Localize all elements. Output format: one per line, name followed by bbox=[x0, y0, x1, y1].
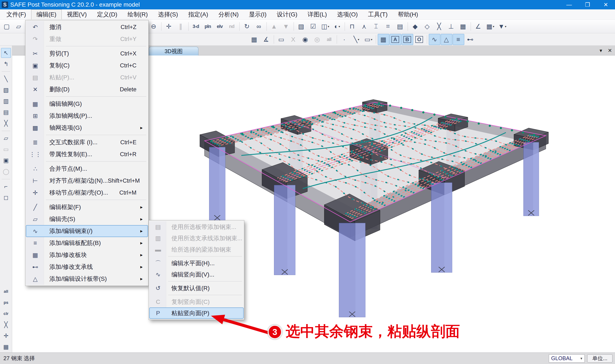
add-tendons-from-support-lines-item[interactable]: ▥ 使用所选支承线添加钢束... bbox=[149, 233, 244, 244]
menu-select[interactable]: 选择(S) bbox=[153, 9, 183, 19]
show-layer-b-toggle[interactable]: B bbox=[402, 34, 413, 45]
tab-close-icon[interactable]: ✕ bbox=[608, 48, 612, 53]
quick-draw-column-button[interactable]: ▥ bbox=[1, 96, 11, 106]
move-up-in-list-button[interactable]: ▲ bbox=[268, 21, 280, 32]
pan-button[interactable]: ✛ bbox=[163, 21, 175, 32]
menu-detailing[interactable]: 详图(L) bbox=[303, 9, 332, 19]
select-reshape-button[interactable]: ↰ bbox=[1, 59, 11, 69]
select-by-group-button[interactable]: ◎ bbox=[312, 34, 323, 45]
restore-previous-selection-button[interactable]: ps bbox=[1, 298, 11, 307]
new-model-button[interactable]: ▢ bbox=[1, 21, 13, 32]
open-model-button[interactable]: ▱ bbox=[13, 21, 25, 32]
invert-selection-button[interactable]: ╳ bbox=[1, 320, 11, 330]
clear-selection-button[interactable]: clr bbox=[1, 309, 11, 319]
display-options-button[interactable]: ☑ bbox=[308, 21, 319, 32]
zoom-out-button[interactable]: ⊖ bbox=[148, 21, 160, 32]
restore-defaults-item[interactable]: ↺ 恢复默认值(R) bbox=[149, 283, 244, 294]
grid-snap-toggle-button[interactable]: ▦ bbox=[1, 342, 11, 352]
move-snap-button[interactable]: ✛ bbox=[1, 331, 11, 341]
move-down-in-list-button[interactable]: ▼ bbox=[280, 21, 292, 32]
edit-vertical-profile-item[interactable]: ∿ 编辑竖向面(V)... bbox=[149, 269, 244, 280]
edit-horizontal-profile-item[interactable]: ⌒ 编辑水平面(H)... bbox=[149, 258, 244, 269]
tab-list-dropdown-icon[interactable]: ▾ bbox=[600, 48, 602, 53]
show-slab-rebar-toggle[interactable]: ≡ bbox=[453, 34, 464, 45]
edit-grid-item[interactable]: ▦ 编辑轴网(G) bbox=[26, 98, 148, 110]
select-areas-button[interactable]: ▭▾ bbox=[362, 34, 374, 45]
snap-perpendicular-button[interactable]: ⊥ bbox=[445, 21, 457, 32]
add-edit-tendons-item[interactable]: ∿ 添加/编辑钢束(/) ▸ bbox=[26, 225, 148, 237]
measure-button[interactable]: ∠ bbox=[473, 21, 484, 32]
menu-help[interactable]: 帮助(H) bbox=[393, 9, 423, 19]
zoom-to-grid-button[interactable]: ▦ bbox=[249, 34, 260, 45]
add-modify-support-lines-item[interactable]: ⊷ 添加/修改支承线 ▸ bbox=[26, 261, 148, 273]
copy-vertical-profile-item[interactable]: C 复制竖向面(C) bbox=[149, 296, 244, 307]
draw-wall-button[interactable]: ▤ bbox=[394, 21, 406, 32]
menu-analyze[interactable]: 分析(N) bbox=[213, 9, 244, 19]
restore-button[interactable]: ❐ bbox=[578, 0, 597, 9]
menu-define[interactable]: 定义(D) bbox=[92, 9, 122, 19]
move-joints-item[interactable]: ✛ 移动节点/框架/壳(O)... Ctrl+M bbox=[26, 187, 148, 199]
draw-polygon-area-button[interactable]: ▱ bbox=[1, 133, 11, 143]
delete-item[interactable]: ✕ 删除(D) Delete bbox=[26, 83, 148, 95]
menu-assign[interactable]: 指定(A) bbox=[183, 9, 213, 19]
units-button[interactable]: 单位... bbox=[587, 354, 613, 363]
menu-draw[interactable]: 绘制(R) bbox=[122, 9, 153, 19]
menu-display[interactable]: 显示(I) bbox=[244, 9, 272, 19]
draw-slab-button[interactable]: ⌗ bbox=[382, 21, 394, 32]
display-filter-button[interactable]: ▼▾ bbox=[496, 21, 508, 32]
edit-frames-item[interactable]: ╱ 编辑框架(F) ▸ bbox=[26, 201, 148, 213]
show-support-lines-toggle[interactable]: ⊷ bbox=[465, 34, 476, 45]
show-layer-a-toggle[interactable]: A bbox=[390, 34, 401, 45]
draw-circular-area-button[interactable]: ◯ bbox=[1, 167, 11, 176]
snap-grid-button[interactable]: ▦ bbox=[457, 21, 469, 32]
redo-item[interactable]: ↷ 重做 Ctrl+Y bbox=[26, 33, 148, 45]
minimize-button[interactable]: — bbox=[560, 0, 578, 9]
add-modify-slab-panels-item[interactable]: ▦ 添加/修改板块 ▸ bbox=[26, 249, 148, 261]
object-extrude-button[interactable]: ◫▾ bbox=[320, 21, 331, 32]
snap-midpoints-button[interactable]: ◇ bbox=[422, 21, 433, 32]
draw-beam-button[interactable]: ⌶ bbox=[371, 21, 382, 32]
coordinate-system-select[interactable]: GLOBAL ▾ bbox=[549, 354, 585, 363]
view-plan-button[interactable]: pln bbox=[202, 21, 214, 32]
add-tendons-to-beams-item[interactable]: ▬ 给所选择的梁添加钢束 bbox=[149, 244, 244, 255]
draw-frame-line-button[interactable]: ╲ bbox=[1, 74, 11, 84]
copy-item[interactable]: ▣ 复制(C) Ctrl+C bbox=[26, 60, 148, 71]
select-by-properties-button[interactable]: ◉ bbox=[300, 34, 311, 45]
show-slab-panels-toggle[interactable]: ▦ bbox=[378, 34, 389, 45]
cut-item[interactable]: ✂ 剪切(T) Ctrl+X bbox=[26, 48, 148, 60]
merge-joints-item[interactable]: ∴ 合并节点(M)... bbox=[26, 163, 148, 175]
draw-wall-stack-button[interactable]: ⌐ bbox=[1, 182, 11, 191]
rotate-3d-view-button[interactable]: ↻ bbox=[241, 21, 253, 32]
quick-draw-wall-button[interactable]: ▤ bbox=[1, 107, 11, 117]
show-tendons-toggle[interactable]: ∿ bbox=[429, 34, 440, 45]
edit-shells-item[interactable]: ▱ 编辑壳(S) ▸ bbox=[26, 213, 148, 225]
deselect-all-button[interactable]: X bbox=[288, 34, 299, 45]
menu-file[interactable]: 文件(F) bbox=[1, 9, 31, 19]
draw-opening-button[interactable]: ◻ bbox=[1, 193, 11, 203]
add-edit-design-strips-item[interactable]: △ 添加/编辑设计板带(S) ▸ bbox=[26, 273, 148, 285]
undo-item[interactable]: ↶ 撤消 Ctrl+Z bbox=[26, 21, 148, 33]
select-lines-button[interactable]: ╲▾ bbox=[351, 34, 362, 45]
draw-rectangular-area-button[interactable]: ▭ bbox=[1, 144, 11, 154]
menu-options[interactable]: 选项(O) bbox=[332, 9, 363, 19]
view-elevation-button[interactable]: elv bbox=[214, 21, 226, 32]
menu-edit[interactable]: 编辑(E) bbox=[31, 9, 62, 19]
rubber-band-zoom-button[interactable]: ▧ bbox=[295, 21, 307, 32]
snap-intersections-button[interactable]: ╳ bbox=[433, 21, 445, 32]
paste-item[interactable]: ▤ 粘贴(P)... Ctrl+V bbox=[26, 71, 148, 83]
menu-tools[interactable]: 工具(T) bbox=[363, 9, 393, 19]
quick-draw-frame-button[interactable]: ▧ bbox=[1, 85, 11, 95]
quick-draw-area-button[interactable]: ▣ bbox=[1, 156, 11, 165]
show-design-strips-toggle[interactable]: △ bbox=[441, 34, 452, 45]
replicate-item[interactable]: ⋮⋮ 带属性复制(E)... Ctrl+R bbox=[26, 148, 148, 160]
menu-view[interactable]: 视图(V) bbox=[62, 9, 92, 19]
object-shading-button[interactable]: ◐▾ bbox=[331, 21, 343, 32]
add-edit-slab-rebar-item[interactable]: ≡ 添加/编辑板配筋(B) ▸ bbox=[26, 237, 148, 249]
interactive-database-item[interactable]: ≣ 交互式数据库 (I)... Ctrl+E bbox=[26, 136, 148, 148]
zoom-to-axes-button[interactable]: ∡ bbox=[261, 34, 272, 45]
add-grid-line-item[interactable]: ⊞ 添加轴网线(P)... bbox=[26, 110, 148, 122]
previous-zoom-button[interactable]: ∥ bbox=[175, 21, 187, 32]
select-points-button[interactable]: ∙ bbox=[339, 34, 350, 45]
grid-display-options-button[interactable]: ▦▾ bbox=[484, 21, 496, 32]
select-pointer-button[interactable]: ↖ bbox=[1, 48, 11, 58]
